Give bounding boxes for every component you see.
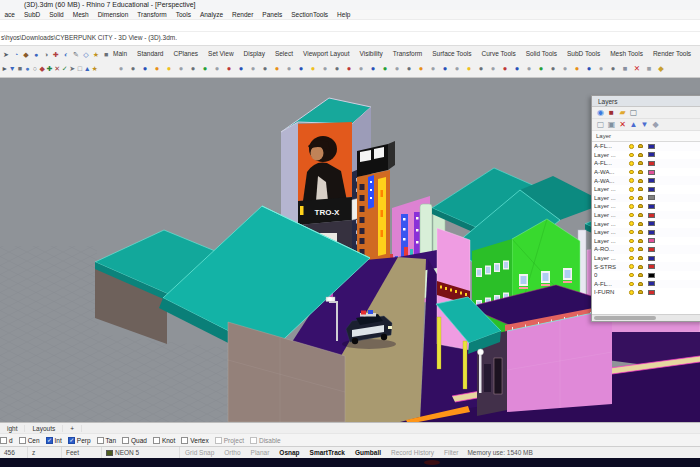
menu-item[interactable]: Analyze — [195, 11, 227, 18]
layers-panel[interactable]: Layers ◉■▰▢ ▢▣✕▲▼◆ Layer A-FL... — [591, 95, 700, 322]
layer-color-swatch[interactable] — [648, 247, 655, 252]
tool-icon[interactable]: ● — [343, 62, 355, 75]
tool-icon[interactable]: ● — [583, 62, 595, 75]
lock-icon[interactable] — [638, 230, 643, 234]
lightbulb-icon[interactable] — [629, 256, 634, 261]
checkbox-icon[interactable]: ✓ — [46, 437, 53, 444]
status-toggle[interactable]: Record History — [386, 449, 439, 456]
tool-icon[interactable]: ● — [547, 62, 559, 75]
osnap-checkbox[interactable]: ✓ Perp — [68, 437, 91, 444]
perspective-viewport[interactable]: TRO-X — [0, 78, 700, 422]
tool-icon[interactable]: ● — [295, 62, 307, 75]
lock-icon[interactable] — [638, 222, 643, 226]
menu-item[interactable]: SubD — [19, 11, 44, 18]
layer-row[interactable]: Layer ... — [592, 185, 700, 194]
tool-icon[interactable]: ■ — [643, 62, 655, 75]
toolbar-tab[interactable]: Display — [239, 49, 270, 58]
layer-color-swatch[interactable] — [648, 230, 655, 235]
units-cell[interactable]: Feet — [62, 447, 102, 458]
lightbulb-icon[interactable] — [629, 221, 634, 226]
viewport-tab[interactable]: ight — [0, 425, 25, 432]
layer-row[interactable]: A-FL... — [592, 280, 700, 289]
layer-color-swatch[interactable] — [648, 152, 655, 157]
tool-icon[interactable]: ● — [487, 62, 499, 75]
layer-row[interactable]: 0 — [592, 271, 700, 280]
lock-icon[interactable] — [638, 239, 643, 243]
lock-icon[interactable] — [638, 273, 643, 277]
tool-icon[interactable]: ✓ — [61, 62, 69, 75]
tool-icon[interactable]: ● — [415, 62, 427, 75]
menu-item[interactable]: Dimension — [93, 11, 133, 18]
new-sublayer-icon[interactable]: ▣ — [606, 119, 617, 130]
tool-icon[interactable]: ● — [499, 62, 511, 75]
toolbar-tab[interactable]: Surface Tools — [427, 49, 476, 58]
layer-row[interactable]: A-FL... — [592, 159, 700, 168]
lightbulb-icon[interactable] — [629, 204, 634, 209]
layer-color-swatch[interactable] — [648, 256, 655, 261]
current-layer-cell[interactable]: NEON 5 — [102, 447, 180, 458]
tool-icon[interactable]: ● — [223, 62, 235, 75]
status-toggle[interactable]: Gumball — [350, 449, 386, 456]
layer-row[interactable]: A-WA... — [592, 176, 700, 185]
menu-item[interactable]: Render — [228, 11, 258, 18]
toolbar-tab[interactable]: Standard — [132, 49, 168, 58]
tool-icon[interactable]: □ — [76, 62, 84, 75]
tool-icon[interactable]: ● — [595, 62, 607, 75]
toolbar-tab[interactable]: CPlanes — [168, 49, 203, 58]
layer-color-swatch[interactable] — [648, 281, 655, 286]
lock-icon[interactable] — [638, 247, 643, 251]
lightbulb-icon[interactable] — [629, 247, 634, 252]
layer-color-swatch[interactable] — [648, 170, 655, 175]
lightbulb-icon[interactable] — [629, 161, 634, 166]
tool-icon[interactable]: ◑ — [41, 48, 51, 61]
color-wheel-icon[interactable]: ◉ — [595, 107, 606, 118]
tool-icon[interactable]: ● — [24, 62, 32, 75]
layer-color-swatch[interactable] — [648, 144, 655, 149]
osnap-checkbox[interactable]: ✓ Project — [215, 437, 244, 444]
layer-row[interactable]: I-FURN — [592, 288, 700, 297]
tool-icon[interactable]: ● — [391, 62, 403, 75]
lock-icon[interactable] — [638, 170, 643, 174]
delete-layer-icon[interactable]: ✕ — [617, 119, 628, 130]
lightbulb-icon[interactable] — [629, 290, 634, 295]
status-toggle[interactable]: SmartTrack — [305, 449, 350, 456]
tool-icon[interactable]: ● — [535, 62, 547, 75]
tool-icon[interactable]: ◆ — [655, 62, 667, 75]
tool-icon[interactable]: ● — [31, 48, 41, 61]
tool-icon[interactable]: ● — [367, 62, 379, 75]
tool-icon[interactable]: ▲ — [84, 62, 92, 75]
checkbox-icon[interactable]: ✓ — [181, 437, 188, 444]
folder-icon[interactable]: ▰ — [617, 107, 628, 118]
tool-icon[interactable]: ● — [331, 62, 343, 75]
menu-item[interactable]: ace — [0, 11, 19, 18]
tool-icon[interactable]: ● — [115, 62, 127, 75]
tool-icon[interactable]: ● — [403, 62, 415, 75]
tool-icon[interactable]: ◆ — [39, 62, 47, 75]
move-up-icon[interactable]: ▲ — [628, 119, 639, 130]
layer-color-swatch[interactable] — [648, 264, 655, 269]
osnap-checkbox[interactable]: ✓ Int — [46, 437, 62, 444]
lock-icon[interactable] — [638, 196, 643, 200]
tool-icon[interactable]: ● — [247, 62, 259, 75]
layer-row[interactable]: Layer ... — [592, 211, 700, 220]
tool-icon[interactable]: ✚ — [46, 62, 54, 75]
tool-icon[interactable]: ★ — [91, 62, 99, 75]
lightbulb-icon[interactable] — [629, 239, 634, 244]
layers-panel-title[interactable]: Layers — [592, 96, 700, 107]
lock-icon[interactable] — [638, 282, 643, 286]
layer-color-swatch[interactable] — [648, 290, 655, 295]
layer-color-swatch[interactable] — [648, 161, 655, 166]
lightbulb-icon[interactable] — [629, 230, 634, 235]
tool-icon[interactable]: ● — [199, 62, 211, 75]
layer-row[interactable]: S-STRS — [592, 262, 700, 271]
toolbar-tab[interactable]: Render Tools — [648, 49, 696, 58]
checkbox-icon[interactable]: ✓ — [215, 437, 222, 444]
layer-color-swatch[interactable] — [648, 178, 655, 183]
tool-icon[interactable]: ● — [571, 62, 583, 75]
layer-row[interactable]: Layer ... — [592, 194, 700, 203]
checkbox-icon[interactable]: ✓ — [250, 437, 257, 444]
osnap-checkbox[interactable]: ✓ Knot — [153, 437, 175, 444]
toolbar-tab[interactable]: Visibility — [355, 49, 388, 58]
tool-icon[interactable]: ● — [151, 62, 163, 75]
tool-icon[interactable]: ➤ — [1, 48, 11, 61]
